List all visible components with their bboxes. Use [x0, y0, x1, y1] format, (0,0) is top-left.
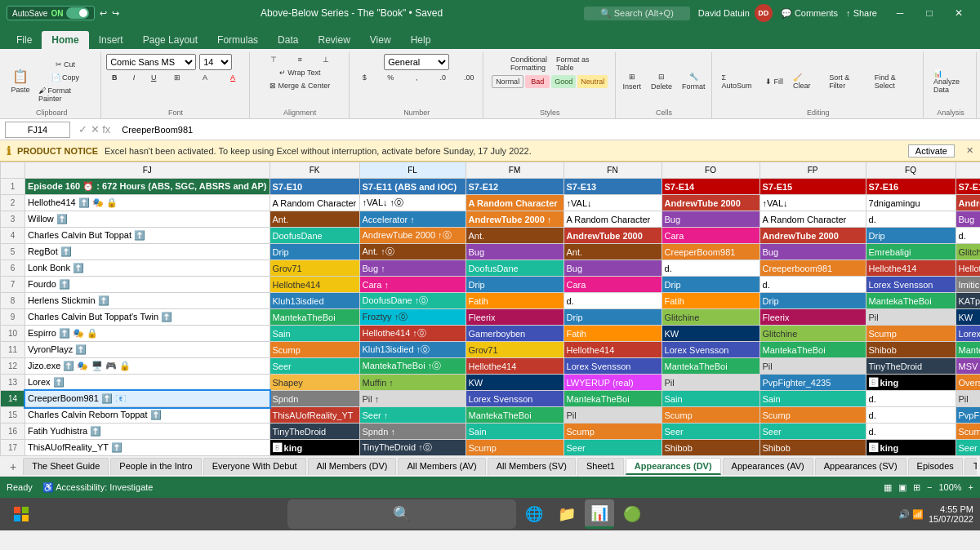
grid-cell[interactable]: MSV FF [956, 358, 980, 375]
merge-btn[interactable]: ⊠ Merge & Center [266, 80, 333, 91]
grid-cell[interactable]: Pil [866, 309, 956, 326]
grid-cell[interactable]: Ant. [466, 228, 564, 244]
sheet-tab[interactable]: All Members (SV) [488, 458, 576, 475]
grid-cell[interactable]: S7-E14 [662, 179, 760, 195]
grid-cell[interactable]: Sain [760, 391, 866, 407]
grid-cell[interactable]: Ant. ↑⓪ [359, 244, 466, 260]
taskbar-explorer[interactable]: 📁 [552, 499, 581, 529]
grid-cell[interactable]: TinyTheDroid ↑⓪ [359, 440, 466, 456]
grid-cell[interactable]: AndrewTube 2000 [956, 195, 980, 211]
grid-cell[interactable]: MantekaTheBoi [662, 358, 760, 375]
grid-cell[interactable]: Hellothe414 [866, 260, 956, 277]
comments-btn[interactable]: 💬 Comments [781, 8, 838, 19]
grid-cell[interactable]: MantekaTheBoi [564, 391, 662, 407]
col-header-fj[interactable]: FJ [25, 162, 270, 179]
align-bottom-btn[interactable]: ⊥ [314, 54, 338, 65]
formula-input[interactable] [118, 125, 975, 135]
grid-cell[interactable]: AndrewTube 2000 ↑⓪ [359, 228, 466, 244]
sheet-tab[interactable]: Appearances (DV) [626, 458, 721, 475]
sort-filter-btn[interactable]: Sort & Filter [826, 72, 868, 91]
view-normal-btn[interactable]: ▦ [884, 482, 892, 493]
underline-btn[interactable]: U [145, 72, 162, 83]
grid-cell[interactable]: Cara ↑ [359, 277, 466, 293]
grid-cell[interactable]: Hellothe414 ⬆️ 🎭 🔒 [25, 195, 270, 211]
grid-cell[interactable]: d. [662, 260, 760, 277]
col-header-fo[interactable]: FO [662, 162, 760, 179]
grid-cell[interactable]: Fleerix [466, 309, 564, 326]
italic-btn[interactable]: I [126, 72, 142, 83]
grid-cell[interactable]: d. [564, 293, 662, 309]
col-header-fm[interactable]: FM [466, 162, 564, 179]
grid-cell[interactable]: Shibob [760, 440, 866, 456]
grid-cell[interactable]: Drip [760, 293, 866, 309]
grid-cell[interactable]: Accelerator ↑ [359, 211, 466, 228]
grid-cell[interactable]: Hellothe414 ↑⓪ [359, 326, 466, 342]
grid-cell[interactable]: S7-E16 [866, 179, 956, 195]
grid-cell[interactable]: Scump [662, 407, 760, 424]
copy-btn[interactable]: 📄 Copy [35, 72, 96, 83]
grid-cell[interactable]: Shibob [866, 342, 956, 358]
grid-cell[interactable]: Ant. [564, 244, 662, 260]
grid-cell[interactable]: Scump [466, 440, 564, 456]
grid-cell[interactable]: d. [866, 407, 956, 424]
grid-cell[interactable]: Kluh13isdied [270, 293, 359, 309]
grid-cell[interactable]: Gamerboyben [466, 326, 564, 342]
grid-cell[interactable]: A Random Character [466, 195, 564, 211]
grid-cell[interactable]: Bug ↑ [359, 260, 466, 277]
grid-cell[interactable]: Lorex Svensson [662, 342, 760, 358]
col-header-fn[interactable]: FN [564, 162, 662, 179]
wrap-text-btn[interactable]: ↵ Wrap Text [276, 67, 324, 78]
grid-cell[interactable]: KW [662, 326, 760, 342]
grid-cell[interactable]: KW [956, 309, 980, 326]
view-page-break-btn[interactable]: ⊞ [913, 482, 920, 493]
sheet-tab[interactable]: Episodes [908, 458, 963, 475]
notification-close[interactable]: ✕ [966, 145, 973, 156]
tab-formulas[interactable]: Formulas [207, 31, 268, 49]
grid-cell[interactable]: ↑VAL↓ [760, 195, 866, 211]
grid-cell[interactable]: Imitic [956, 277, 980, 293]
taskbar-edge[interactable]: 🌐 [519, 499, 549, 529]
grid-cell[interactable]: MantekaTheBoi [466, 407, 564, 424]
insert-cells-btn[interactable]: ⊞Insert [620, 71, 645, 92]
grid-cell[interactable]: Pil ↑ [359, 391, 466, 407]
grid-cell[interactable]: MantekaTheBoi [866, 293, 956, 309]
grid-cell[interactable]: A Random Character [564, 211, 662, 228]
grid-cell[interactable]: Froztyy ↑⓪ [359, 309, 466, 326]
analyze-data-btn[interactable]: 📊 AnalyzeData [930, 68, 971, 95]
grid-cell[interactable]: Muffin ↑ [359, 375, 466, 391]
grid-cell[interactable]: AndrewTube 2000 [662, 195, 760, 211]
grid-cell[interactable]: VyronPlayz ⬆️ [25, 342, 270, 358]
grid-cell[interactable]: Pil [564, 407, 662, 424]
sheet-tab[interactable]: All Members (DV) [308, 458, 397, 475]
tab-home[interactable]: Home [42, 31, 88, 49]
grid-cell[interactable]: Lonk Bonk ⬆️ [25, 260, 270, 277]
grid-cell[interactable]: Lorex Svensson [866, 277, 956, 293]
grid-cell[interactable]: Scump [956, 424, 980, 440]
grid-cell[interactable]: d. [760, 277, 866, 293]
grid-cell[interactable]: Cara [662, 228, 760, 244]
taskbar-chrome[interactable]: 🟢 [617, 499, 647, 529]
comma-btn[interactable]: , [404, 72, 429, 83]
share-btn[interactable]: ↑ Share [846, 8, 877, 18]
grid-cell[interactable]: 🅱 king [866, 375, 956, 391]
grid-cell[interactable]: Scump [866, 326, 956, 342]
format-painter-btn[interactable]: 🖌 Format Painter [35, 85, 96, 104]
grid-cell[interactable]: Cara [564, 277, 662, 293]
grid-cell[interactable]: TinyTheDroid [270, 424, 359, 440]
grid-cell[interactable]: MantekaTheBoi [760, 342, 866, 358]
sheet-tab[interactable]: All Members (AV) [398, 458, 485, 475]
undo-btn[interactable]: ↩ [100, 8, 107, 19]
grid-cell[interactable]: Ant. [270, 211, 359, 228]
number-format-select[interactable]: General [384, 54, 449, 70]
grid-cell[interactable]: Drip [662, 277, 760, 293]
grid-cell[interactable]: Sain [662, 391, 760, 407]
grid-cell[interactable]: DoofusDane ↑⓪ [359, 293, 466, 309]
grid-cell[interactable]: ↑VAL↓ ↑⓪ [359, 195, 466, 211]
view-layout-btn[interactable]: ▣ [898, 482, 906, 493]
taskbar-search[interactable]: 🔍 [287, 499, 516, 529]
grid-cell[interactable]: Drip [866, 228, 956, 244]
grid-cell[interactable]: Lorex Svensson [956, 326, 980, 342]
grid-cell[interactable]: 🅱 king [270, 440, 359, 456]
grid-cell[interactable]: Bug [662, 211, 760, 228]
grid-cell[interactable]: MantekaTheBoi [270, 309, 359, 326]
